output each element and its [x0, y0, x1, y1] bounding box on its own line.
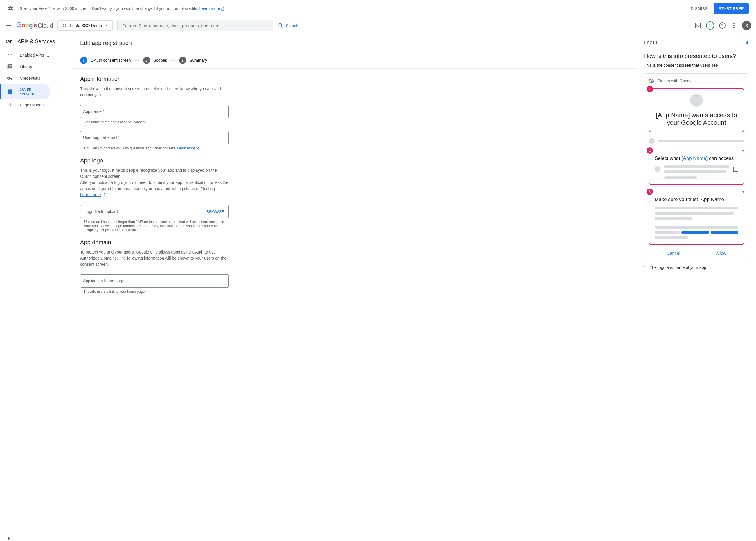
step-1-number: 1 — [80, 57, 87, 64]
support-email-learn-more-link[interactable]: Learn more — [177, 146, 199, 150]
sidebar-item-oauth-consent[interactable]: OAuth consent… — [0, 84, 50, 99]
logo-upload-label: Logo file to upload — [84, 209, 206, 214]
google-logo — [16, 22, 37, 29]
step-3[interactable]: 3 Summary — [179, 57, 207, 64]
stepper: 1 OAuth consent screen 2 Scopes 3 Summar… — [73, 52, 637, 69]
app-name-help: The name of the app asking for consent — [80, 120, 229, 124]
support-email-select[interactable] — [80, 131, 229, 145]
sidebar: API APIs & Services Enabled APIs … Libra… — [0, 34, 73, 541]
app-logo-title: App logo — [80, 157, 229, 164]
svg-point-10 — [733, 27, 735, 28]
google-cloud-logo[interactable]: Cloud — [16, 22, 53, 29]
content-main: Edit app registration 1 OAuth consent sc… — [73, 34, 637, 541]
search-container: Search — [117, 20, 303, 31]
enabled-apis-icon — [7, 52, 13, 58]
app-logo-desc: This is your logo. It helps people recog… — [80, 167, 229, 198]
placeholder-checkbox — [733, 167, 738, 172]
placeholder-bar — [664, 176, 697, 179]
gift-icon — [7, 5, 14, 12]
home-page-input[interactable] — [80, 274, 229, 288]
search-input[interactable] — [122, 23, 268, 28]
search-button[interactable]: Search — [273, 20, 303, 31]
placeholder-bar — [655, 231, 680, 234]
library-icon — [7, 64, 13, 70]
browse-button[interactable]: BROWSE — [206, 210, 224, 214]
free-trial-badge[interactable]: 1 — [706, 21, 714, 30]
learn-desc: This is the consent screen that users se… — [644, 63, 749, 68]
dismiss-button[interactable]: DISMISS — [691, 6, 708, 11]
cloud-shell-icon[interactable] — [694, 22, 701, 29]
cloud-text: Cloud — [38, 22, 53, 29]
more-icon[interactable] — [730, 22, 737, 29]
preview-box-1: 1 [App Name] wants access to your Google… — [649, 88, 744, 132]
free-trial-banner: Start your Free Trial with $300 in credi… — [0, 0, 756, 17]
preview-2-title: Select what [App Name] can access — [655, 156, 738, 161]
project-name: Logto SSO Demo — [70, 23, 102, 28]
signin-text: Sign in with Google — [658, 79, 693, 83]
help-icon[interactable] — [719, 22, 726, 29]
svg-rect-5 — [695, 23, 701, 28]
preview-allow-button: Allow — [716, 251, 726, 256]
preview-3-title: Make sure you trust [App Name] — [655, 197, 738, 203]
placeholder-bar — [655, 212, 734, 215]
app-name-input[interactable] — [80, 105, 229, 118]
project-selector[interactable]: Logto SSO Demo — [57, 20, 113, 31]
sidebar-item-library[interactable]: Library — [0, 61, 73, 73]
consent-icon — [7, 89, 13, 95]
placeholder-bar — [655, 217, 692, 220]
svg-line-11 — [197, 147, 199, 149]
svg-point-4 — [65, 26, 66, 27]
app-info-title: App information — [80, 76, 229, 82]
placeholder-circle — [649, 138, 655, 144]
sidebar-item-label: Credentials — [20, 76, 40, 81]
step-3-number: 3 — [179, 57, 186, 64]
sidebar-item-enabled-apis[interactable]: Enabled APIs … — [0, 49, 73, 61]
sidebar-item-label: Enabled APIs … — [20, 53, 49, 57]
svg-point-2 — [65, 24, 66, 25]
svg-point-3 — [63, 26, 64, 27]
step-separator — [171, 60, 175, 61]
banner-learn-more-link[interactable]: Learn more — [199, 6, 225, 11]
preview-badge-2: 2 — [647, 147, 653, 154]
preview-badge-3: 3 — [647, 189, 653, 195]
api-icon: API — [5, 39, 12, 44]
start-free-button[interactable]: START FREE — [714, 3, 749, 14]
search-icon — [278, 23, 284, 28]
sidebar-item-label: OAuth consent… — [20, 87, 45, 96]
placeholder-bar — [664, 170, 726, 173]
menu-icon[interactable] — [5, 22, 12, 29]
page-title: Edit app registration — [80, 40, 630, 46]
home-page-help: Provide users a link to your home page — [80, 289, 229, 293]
sidebar-item-label: Library — [20, 64, 32, 69]
preview-badge-1: 1 — [647, 86, 653, 92]
google-g-icon — [649, 78, 654, 84]
svg-point-8 — [733, 23, 735, 24]
collapse-panel-icon[interactable] — [743, 40, 749, 46]
placeholder-bar — [664, 165, 730, 168]
banner-text: Start your Free Trial with $300 in credi… — [20, 6, 691, 11]
svg-line-0 — [222, 7, 224, 9]
project-icon — [62, 23, 67, 28]
avatar[interactable]: S — [742, 21, 751, 30]
collapse-sidebar-icon[interactable] — [7, 536, 13, 541]
consent-preview: Sign in with Google 1 [App Name] wants a… — [644, 73, 749, 261]
svg-line-12 — [103, 194, 105, 196]
logo-upload-help: Upload an image, not larger than 1MB on … — [80, 220, 229, 232]
learn-panel: Learn How is this info presented to user… — [637, 34, 756, 541]
app-logo-learn-more-link[interactable]: Learn more — [80, 192, 105, 197]
placeholder-blue-bar — [681, 231, 709, 234]
preview-box-2: 2 Select what [App Name] can access — [649, 150, 744, 185]
sidebar-item-page-usage[interactable]: Page usage a… — [0, 99, 73, 111]
preview-1-title: [App Name] wants access to your Google A… — [655, 111, 738, 127]
logo-upload-field[interactable]: Logo file to upload BROWSE — [80, 205, 229, 218]
svg-point-9 — [733, 25, 735, 26]
step-separator — [135, 60, 139, 61]
sidebar-item-credentials[interactable]: Credentials — [0, 73, 73, 84]
step-1[interactable]: 1 OAuth consent screen — [80, 57, 131, 64]
svg-point-1 — [63, 24, 64, 25]
placeholder-bar — [655, 236, 688, 239]
step-2[interactable]: 2 Scopes — [143, 57, 167, 64]
preview-box-3: 3 Make sure you trust [App Name] — [649, 191, 744, 245]
app-domain-desc: To protect you and your users, Google on… — [80, 249, 229, 268]
key-icon — [7, 75, 13, 81]
